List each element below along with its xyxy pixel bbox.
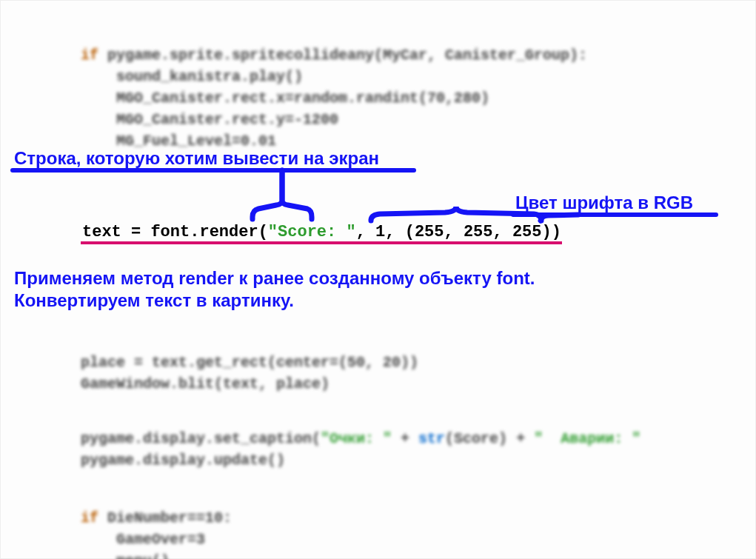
kw-if: if: [81, 47, 98, 64]
focus-prefix: text = font.render(: [82, 223, 268, 241]
focus-after: , 1, (255, 255, 255)): [356, 223, 561, 241]
annotation-render-explain: Применяем метод render к ранее созданном…: [14, 267, 535, 312]
annotation-string-label: Строка, которую хотим вывести на экран: [14, 147, 379, 170]
code-focus-line: text = font.render("Score: ", 1, (255, 2…: [82, 223, 561, 241]
focus-underline: [81, 241, 562, 244]
kw-if-bottom: if: [81, 509, 98, 526]
page-canvas: if pygame.sprite.spritecollideany(MyCar,…: [0, 0, 756, 559]
code-block-bottom: if DieNumber==10: GameOver=3 menu(): [81, 486, 232, 559]
code-block-top: if pygame.sprite.spritecollideany(MyCar,…: [81, 23, 587, 152]
focus-string: "Score: ": [268, 223, 356, 241]
annotation-rgb-label: Цвет шрифта в RGB: [515, 192, 693, 214]
code-block-mid: place = text.get_rect(center=(50, 20)) G…: [81, 330, 418, 395]
code-block-caption: pygame.display.set_caption("Очки: " + st…: [81, 406, 640, 471]
